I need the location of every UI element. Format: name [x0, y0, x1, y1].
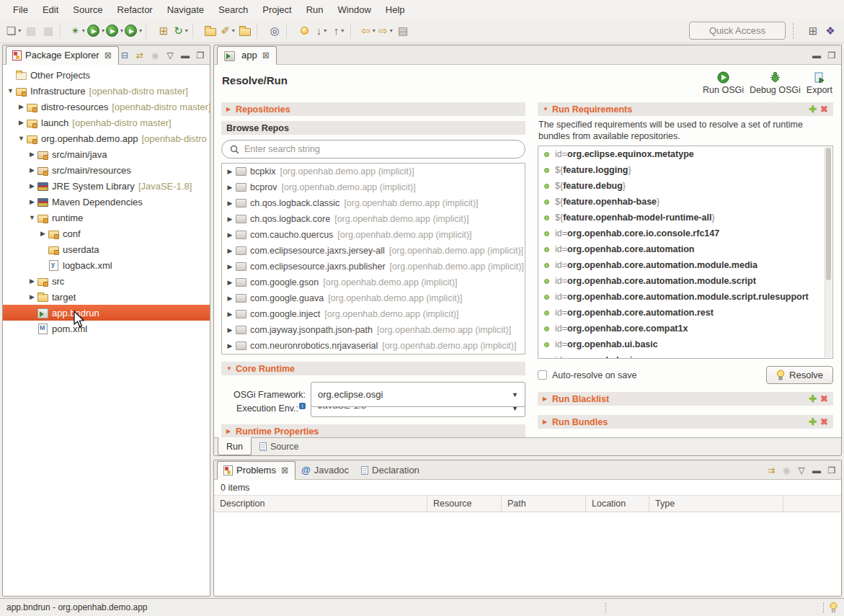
expand-arrow-icon[interactable] — [226, 263, 234, 270]
tree-item[interactable]: launch [openhab-distro master] — [3, 115, 210, 130]
tree-item[interactable]: src — [3, 273, 210, 289]
column-header[interactable]: Description — [214, 496, 427, 512]
link-with-editor[interactable]: ⇄ — [134, 50, 146, 61]
minimize[interactable]: ▬ — [811, 50, 822, 61]
resolve-button[interactable]: Resolve — [766, 366, 833, 384]
add-blacklist-icon[interactable]: ✚ — [809, 393, 817, 404]
focus-on-active-task[interactable]: ◉ — [781, 465, 792, 476]
save-all[interactable]: ▩ — [40, 22, 56, 40]
tree-item[interactable]: pom.xml — [3, 321, 210, 336]
expand-arrow-icon[interactable] — [226, 200, 234, 207]
separator[interactable] — [192, 24, 199, 38]
menu-item[interactable]: Navigate — [160, 2, 211, 17]
open-type[interactable] — [237, 22, 253, 40]
menu-item[interactable]: Edit — [35, 2, 66, 17]
run-last-launched[interactable]: ▶ — [106, 22, 123, 40]
tree-item[interactable]: src/main/resources — [3, 162, 210, 178]
com.google.guava[interactable]: com.google.guava [org.openhab.demo.app (… — [222, 290, 525, 306]
tree-item[interactable]: conf — [3, 226, 210, 241]
column-header[interactable]: Type — [649, 496, 783, 512]
new-java-project[interactable]: ⊞ — [156, 22, 172, 40]
profile[interactable]: ▶ — [125, 22, 142, 40]
tree-item[interactable]: Maven Dependencies — [3, 194, 210, 210]
separator[interactable] — [146, 24, 152, 38]
focus-on-active-task[interactable]: ◉ — [149, 50, 161, 61]
expand-arrow-icon[interactable] — [17, 103, 26, 110]
close-icon[interactable]: ⊠ — [262, 50, 270, 61]
runtime-properties-section-header[interactable]: ▶ Runtime Properties — [221, 424, 525, 438]
update-maven-project[interactable]: ↻ — [173, 22, 189, 40]
requirement-item[interactable]: id=org.eclipse.equinox.metatype — [538, 146, 832, 162]
column-header[interactable]: Path — [502, 496, 586, 512]
separator[interactable] — [350, 24, 357, 38]
maximize[interactable]: ❐ — [826, 50, 838, 61]
menu-item[interactable]: Refactor — [110, 2, 160, 17]
separator[interactable] — [286, 24, 293, 38]
requirement-item[interactable]: ${feature.openhab-base} — [538, 194, 832, 210]
requirement-item[interactable]: id=org.openhab.ui.paper — [538, 352, 832, 359]
menu-item[interactable]: File — [6, 2, 35, 17]
tab-javadoc[interactable]: @ Javadoc — [296, 462, 355, 479]
forward-history[interactable]: ⇨ — [378, 22, 394, 40]
ch.qos.logback.classic[interactable]: ch.qos.logback.classic [org.openhab.demo… — [222, 195, 525, 211]
repo-search-input[interactable]: Enter search string — [221, 140, 525, 159]
filters[interactable]: ⇉ — [765, 465, 777, 476]
tab-problems[interactable]: Problems ⊠ — [217, 461, 296, 480]
menu-item[interactable]: Help — [378, 2, 412, 17]
export-button[interactable]: Export — [807, 71, 832, 95]
previous-annotation[interactable]: ↑ — [331, 22, 347, 40]
requirement-item[interactable]: id=org.openhab.core.automation — [538, 241, 832, 257]
expand-arrow-icon[interactable] — [17, 119, 26, 126]
run-requirements-section-header[interactable]: ▼ Run Requirements ✚ ✖ — [538, 102, 833, 116]
expand-arrow-icon[interactable] — [226, 247, 234, 254]
last-edit-location[interactable] — [296, 22, 312, 40]
separator[interactable] — [60, 24, 66, 38]
run[interactable]: ▶ — [87, 22, 105, 40]
tab-run[interactable]: Run — [218, 437, 252, 455]
separator[interactable] — [257, 24, 263, 38]
requirement-item[interactable]: ${feature.openhab-model-runtime-all} — [538, 210, 832, 226]
column-header[interactable]: Resource — [427, 496, 502, 512]
menu-item[interactable]: Run — [299, 2, 331, 17]
expand-arrow-icon[interactable] — [226, 279, 234, 286]
com.google.gson[interactable]: com.google.gson [org.openhab.demo.app (i… — [222, 274, 525, 290]
tree-item[interactable]: userdata — [3, 241, 210, 257]
expand-arrow-icon[interactable] — [226, 326, 234, 334]
requirement-item[interactable]: id=org.openhab.core.compat1x — [538, 321, 832, 336]
maximize[interactable]: ❐ — [826, 465, 838, 476]
view-menu[interactable]: ▽ — [796, 465, 807, 476]
requirement-item[interactable]: id=org.openhab.core.automation.module.sc… — [538, 273, 832, 289]
expand-arrow-icon[interactable] — [226, 231, 234, 238]
back-history[interactable]: ⇦ — [360, 22, 376, 40]
run-osgi-button[interactable]: Run OSGi — [703, 71, 744, 95]
expand-arrow-icon[interactable] — [226, 215, 234, 223]
collapse-all[interactable]: ⊟ — [119, 50, 130, 61]
next-annotation[interactable]: ↓ — [314, 22, 329, 40]
minimize[interactable]: ▬ — [179, 50, 191, 61]
expand-arrow-icon[interactable] — [6, 87, 15, 94]
tree-item[interactable]: distro-resources [openhab-distro master] — [3, 99, 210, 115]
menu-item[interactable]: Window — [331, 2, 378, 17]
menu-item[interactable]: Search — [211, 2, 255, 17]
debug-osgi-button[interactable]: Debug OSGi — [750, 71, 801, 95]
osgi-framework-combo[interactable]: org.eclipse.osgi ▼ — [311, 382, 525, 407]
requirement-item[interactable]: ${feature.debug} — [538, 178, 832, 194]
tab-app-bndrun[interactable]: app ⊠ — [217, 46, 277, 65]
remove-bundle-icon[interactable]: ✖ — [820, 416, 828, 427]
com.jayway.jsonpath.json-path[interactable]: com.jayway.jsonpath.json-path [org.openh… — [222, 322, 525, 338]
open-perspective[interactable]: ⊞ — [805, 23, 821, 39]
run-bundles-section-header[interactable]: ▶ Run Bundles ✚ ✖ — [538, 415, 833, 429]
tree-item[interactable]: org.openhab.demo.app [openhab-distro mas… — [3, 130, 210, 146]
menu-item[interactable]: Project — [255, 2, 298, 17]
requirement-item[interactable]: id=org.openhab.ui.basic — [538, 336, 832, 352]
toggle-highlight[interactable]: ✐ — [220, 22, 236, 40]
remove-blacklist-icon[interactable]: ✖ — [820, 393, 828, 404]
scrollbar[interactable] — [825, 147, 832, 357]
com.neuronrobotics.nrjavaserial[interactable]: com.neuronrobotics.nrjavaserial [org.ope… — [222, 338, 525, 354]
tree-item[interactable]: logback.xml — [3, 257, 210, 273]
bcprov[interactable]: bcprov [org.openhab.demo.app (implicit)] — [222, 179, 525, 195]
debug-perspective[interactable]: ❖ — [822, 23, 838, 39]
tree-item[interactable]: JRE System Library [JavaSE-1.8] — [3, 178, 210, 194]
debug[interactable]: ✴ — [70, 22, 86, 40]
core-runtime-section-header[interactable]: ▼ Core Runtime — [221, 362, 525, 375]
